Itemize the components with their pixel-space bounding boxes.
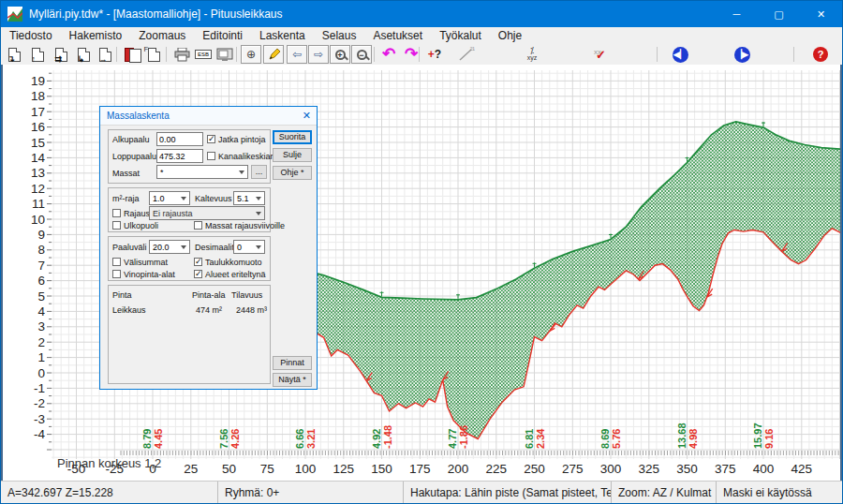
y-axis-label: 13: [31, 166, 45, 180]
screen-settings-icon[interactable]: [214, 45, 235, 64]
m2raja-label: m²-raja: [112, 194, 140, 203]
redo-icon[interactable]: ↷: [401, 45, 422, 64]
station-value-surface1: 8.69: [599, 429, 611, 449]
station-value-surface2: 4.45: [153, 429, 164, 449]
pinnat-button[interactable]: Pinnat: [273, 356, 312, 370]
valisummat-checkbox[interactable]: [112, 258, 121, 266]
kanaalikeskiarvot-checkbox[interactable]: [207, 152, 215, 160]
print-icon[interactable]: [171, 45, 192, 64]
x-axis-label: 300: [600, 462, 622, 476]
close-button[interactable]: ✕: [800, 1, 842, 27]
vinopinta-alat-checkbox[interactable]: [112, 270, 121, 278]
measure-icon[interactable]: ²¹: [456, 45, 477, 64]
prev-element-icon[interactable]: ◀▏: [670, 45, 690, 64]
edit-pointer-icon[interactable]: [263, 45, 284, 64]
toolbar: ↴↑⇉↳→FESB⊕⇦⇨+−↶↷+?²¹⁒xyzxx✓◀▏▕▶?: [1, 45, 842, 66]
sulje-button[interactable]: Sulje: [273, 148, 312, 162]
y-axis-label: 3: [37, 319, 45, 334]
coordinate-tools-icon[interactable]: ⁒xyz: [522, 45, 542, 64]
add-point-query-icon[interactable]: +?: [424, 45, 445, 64]
help-icon[interactable]: ?: [810, 45, 831, 64]
next-element-icon[interactable]: ▕▶: [732, 45, 752, 64]
menu-item-editointi[interactable]: Editointi: [194, 27, 251, 45]
suorita-button[interactable]: Suorita: [273, 130, 312, 144]
rajaus-checkbox[interactable]: [112, 209, 121, 217]
title-bar[interactable]: Mylläri.piy.tdw* - [Maastomalliohje] - P…: [1, 1, 842, 27]
open-file-icon[interactable]: ↴: [4, 45, 24, 64]
x-axis-label: 350: [676, 462, 698, 476]
zoom-in-icon[interactable]: +: [330, 45, 350, 64]
toolbar-separator: [166, 47, 167, 62]
paaluvali-combo[interactable]: 20.0: [149, 240, 190, 254]
taulukkomuoto-checkbox[interactable]: ✓: [194, 258, 202, 266]
zoom-out-icon[interactable]: −: [351, 45, 372, 64]
undo-icon[interactable]: ↶: [378, 45, 399, 64]
toolbar-separator: [657, 47, 658, 62]
menu-item-hakemisto[interactable]: Hakemisto: [61, 27, 131, 45]
x-axis-label: 150: [371, 462, 392, 476]
point-validate-icon[interactable]: xx✓: [591, 45, 612, 64]
massat-rajausviivoille-checkbox[interactable]: [194, 221, 202, 230]
rajaus-mode-combo[interactable]: Ei rajausta: [149, 206, 265, 220]
x-axis-label: 225: [486, 462, 508, 476]
station-value-surface2: -1.86: [458, 425, 469, 449]
esb-export-icon[interactable]: ESB: [193, 45, 214, 64]
alkupaalu-input[interactable]: [156, 132, 203, 146]
dialog-title-bar[interactable]: Massalaskenta ✕: [100, 107, 317, 126]
export-file-icon[interactable]: →: [95, 45, 115, 64]
menu-item-asetukset[interactable]: Asetukset: [364, 27, 431, 45]
massalaskenta-dialog: Massalaskenta ✕ Alkupaalu ✓ Jatka pintoj…: [99, 106, 318, 390]
pan-left-icon[interactable]: ⇦: [287, 45, 307, 64]
massat-browse-button[interactable]: ...: [251, 165, 267, 179]
y-axis-label: -1: [34, 381, 45, 395]
nayta-button[interactable]: Näytä *: [273, 373, 312, 387]
x-axis-label: 425: [791, 462, 813, 476]
surface-1-marker: [762, 122, 765, 126]
toolbar-separator: [236, 47, 237, 62]
pan-right-icon[interactable]: ⇨: [308, 45, 329, 64]
menu-item-työkalut[interactable]: Työkalut: [431, 27, 490, 45]
minimize-button[interactable]: ─: [716, 1, 758, 27]
x-axis-label: 275: [562, 462, 584, 476]
copy-file-icon[interactable]: ⇉: [51, 45, 71, 64]
ulkopuoli-label: Ulkopuoli: [124, 221, 158, 230]
dialog-close-icon[interactable]: ✕: [303, 110, 311, 122]
ulkopuoli-checkbox[interactable]: [112, 221, 121, 230]
loppupaalu-input[interactable]: [156, 149, 203, 163]
m2raja-combo[interactable]: 1.0: [149, 191, 190, 205]
x-axis-label: 375: [715, 462, 736, 476]
maximize-button[interactable]: ▢: [758, 1, 800, 27]
taulukkomuoto-label: Taulukkomuoto: [205, 258, 262, 267]
alueet-eriteltyna-checkbox[interactable]: ✓: [194, 270, 202, 278]
y-axis-label: 10: [31, 213, 45, 227]
alueet-eriteltyna-label: Alueet eriteltynä: [205, 270, 266, 279]
menu-item-zoomaus[interactable]: Zoomaus: [130, 27, 194, 45]
menu-item-laskenta[interactable]: Laskenta: [251, 27, 314, 45]
zoom-extents-icon[interactable]: ⊕: [241, 45, 261, 64]
menu-item-selaus[interactable]: Selaus: [314, 27, 365, 45]
menu-item-tiedosto[interactable]: Tiedosto: [1, 27, 61, 45]
results-row-volume: 2448 m³: [228, 305, 267, 315]
desimaalit-combo[interactable]: 0: [233, 240, 265, 254]
y-axis-label: 16: [31, 120, 45, 134]
menu-item-ohje[interactable]: Ohje: [490, 27, 530, 45]
y-axis-label: 18: [31, 89, 45, 103]
import-file-icon[interactable]: ↑: [27, 45, 48, 64]
paste-file-icon[interactable]: [121, 45, 141, 64]
x-axis-label: 200: [448, 462, 469, 476]
surface-heights-label: Pinnan korkeus 1,2: [57, 456, 161, 470]
kaltevuus-combo[interactable]: 5.1: [233, 191, 265, 205]
ohje-button[interactable]: Ohje *: [273, 166, 312, 180]
status-segment-4: Maski ei käytössä: [717, 482, 842, 503]
save-file-as-icon[interactable]: ↳: [73, 45, 94, 64]
station-value-surface1: 15.97: [752, 422, 763, 449]
jatka-pintoja-checkbox[interactable]: ✓: [207, 135, 215, 143]
app-window: Mylläri.piy.tdw* - [Maastomalliohje] - P…: [0, 0, 843, 504]
new-from-template-icon[interactable]: F: [143, 45, 164, 64]
x-axis-label: 50: [222, 462, 236, 476]
station-value-surface1: 13.68: [676, 422, 688, 449]
y-axis-label: 8: [37, 243, 45, 257]
massat-label: Massat: [112, 169, 140, 178]
y-axis-label: 11: [32, 197, 45, 211]
massat-combo[interactable]: *: [156, 165, 248, 179]
